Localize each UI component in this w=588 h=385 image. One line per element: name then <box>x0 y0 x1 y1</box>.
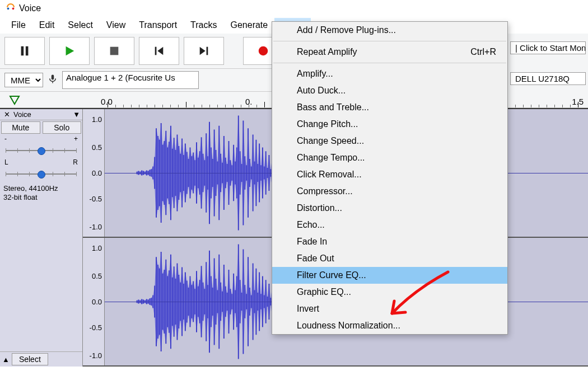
effect-fade-in[interactable]: Fade In <box>272 233 507 250</box>
microphone-icon <box>48 74 58 86</box>
effect-menu-dropdown: Add / Remove Plug-ins...Repeat AmplifyCt… <box>272 21 508 335</box>
recording-device-select[interactable]: Analogue 1 + 2 (Focusrite Us <box>62 71 199 89</box>
svg-point-0 <box>7 7 10 10</box>
effect-invert[interactable]: Invert <box>272 301 507 317</box>
pan-right-label: R <box>73 158 78 166</box>
svg-point-7 <box>259 46 268 56</box>
svg-rect-8 <box>52 75 54 80</box>
effect-click-removal[interactable]: Click Removal... <box>272 166 507 183</box>
effect-distortion[interactable]: Distortion... <box>272 200 507 217</box>
app-icon <box>6 2 16 15</box>
menu-generate[interactable]: Generate <box>224 18 275 32</box>
mute-button[interactable]: Mute <box>1 121 40 134</box>
gain-min-label: - <box>4 135 7 143</box>
gain-max-label: + <box>74 135 78 143</box>
svg-rect-3 <box>26 46 29 56</box>
skip-end-button[interactable] <box>184 37 224 65</box>
effect-add-remove-plugins[interactable]: Add / Remove Plug-ins... <box>272 22 507 39</box>
effect-fade-out[interactable]: Fade Out <box>272 250 507 267</box>
effect-loudness-normalization[interactable]: Loudness Normalization... <box>272 317 507 334</box>
effect-graphic-eq[interactable]: Graphic EQ... <box>272 284 507 301</box>
effect-amplify[interactable]: Amplify... <box>272 65 507 82</box>
track-name[interactable]: Voice <box>13 110 71 119</box>
effect-compressor[interactable]: Compressor... <box>272 183 507 200</box>
window-title: Voice <box>19 3 41 13</box>
svg-rect-6 <box>207 47 208 55</box>
select-track-button[interactable]: Select <box>12 353 48 365</box>
audio-host-select[interactable]: MME <box>4 73 43 87</box>
effect-echo[interactable]: Echo... <box>272 217 507 233</box>
monitor-button[interactable]: | Click to Start Mon <box>510 41 586 54</box>
solo-button[interactable]: Solo <box>43 121 82 134</box>
effect-filter-curve-eq[interactable]: Filter Curve EQ... <box>272 267 507 284</box>
svg-rect-2 <box>21 46 24 56</box>
play-button[interactable] <box>49 37 90 65</box>
pan-slider[interactable] <box>6 170 77 179</box>
skip-start-button[interactable] <box>139 37 179 65</box>
svg-point-1 <box>12 7 15 10</box>
effect-change-tempo[interactable]: Change Tempo... <box>272 149 507 166</box>
pause-button[interactable] <box>4 37 45 65</box>
track-format-info: Stereo, 44100Hz32-bit float <box>0 182 82 204</box>
playback-device-select[interactable]: DELL U2718Q <box>510 72 586 85</box>
effect-bass-and-treble[interactable]: Bass and Treble... <box>272 99 507 116</box>
amplitude-scale: 1.00.50.0-0.5-1.0 <box>83 238 105 365</box>
amplitude-scale: 1.00.50.0-0.5-1.0 <box>83 109 105 237</box>
stop-button[interactable] <box>94 37 134 65</box>
effect-repeat[interactable]: Repeat AmplifyCtrl+R <box>272 44 507 60</box>
svg-rect-4 <box>110 47 119 55</box>
menu-select[interactable]: Select <box>61 18 99 32</box>
menu-edit[interactable]: Edit <box>32 18 62 32</box>
track-menu-icon[interactable]: ▼ <box>73 110 80 119</box>
pan-left-label: L <box>4 158 8 166</box>
svg-rect-5 <box>155 47 157 55</box>
track-close-button[interactable]: ✕ <box>2 110 11 119</box>
gain-slider[interactable] <box>6 146 77 155</box>
playhead-icon <box>9 95 20 107</box>
menu-tracks[interactable]: Tracks <box>184 18 223 32</box>
menu-view[interactable]: View <box>100 18 132 32</box>
title-bar: Voice <box>0 0 588 17</box>
track-control-panel: ✕ Voice ▼ Mute Solo -+ LR Stereo, 44100H… <box>0 109 83 367</box>
menu-transport[interactable]: Transport <box>132 18 184 32</box>
menu-file[interactable]: File <box>4 18 32 32</box>
collapse-icon[interactable]: ▲ <box>2 355 10 364</box>
effect-auto-duck[interactable]: Auto Duck... <box>272 82 507 99</box>
effect-change-speed[interactable]: Change Speed... <box>272 133 507 149</box>
effect-change-pitch[interactable]: Change Pitch... <box>272 116 507 133</box>
